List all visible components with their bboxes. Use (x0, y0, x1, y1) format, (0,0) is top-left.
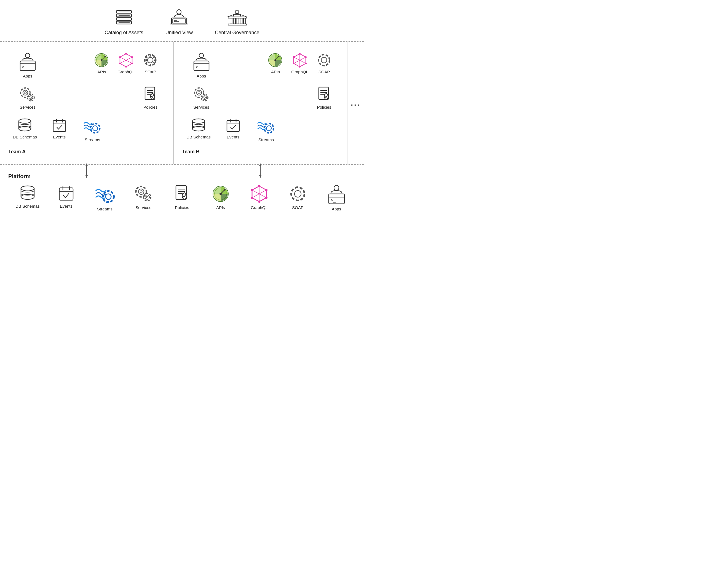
svg-point-38 (131, 63, 133, 64)
svg-point-54 (19, 119, 31, 123)
top-item-governance: Central Governance (215, 8, 259, 36)
platform-graphql-label: GraphQL (251, 205, 268, 210)
svg-point-47 (29, 96, 33, 100)
svg-point-124 (146, 196, 148, 198)
team-b-apps: >_ Apps (182, 50, 220, 81)
ellipsis-text: ... (351, 99, 360, 107)
team-a-name: Team A (8, 149, 165, 159)
svg-point-147 (334, 185, 339, 190)
team-b-apps-label: Apps (197, 74, 206, 78)
platform-db-schemas: DB Schemas (8, 185, 47, 208)
platform-soap-label: SOAP (292, 205, 304, 210)
svg-marker-108 (259, 164, 262, 166)
svg-point-41 (119, 56, 121, 58)
unified-icon (168, 8, 190, 28)
svg-marker-66 (85, 175, 88, 178)
team-a-services-label: Services (20, 105, 36, 109)
team-a-streams-label: Streams (85, 137, 100, 142)
svg-text:>_: >_ (331, 198, 336, 203)
team-a-events: Events (45, 115, 73, 142)
svg-point-82 (299, 66, 301, 68)
team-b-graphql-label: GraphQL (291, 69, 308, 74)
svg-rect-10 (173, 19, 185, 23)
svg-point-48 (30, 97, 32, 98)
svg-point-140 (265, 189, 268, 191)
team-b-events-label: Events (227, 135, 239, 139)
governance-label: Central Governance (215, 30, 259, 36)
team-a-panel: >_ Apps (0, 42, 174, 164)
svg-point-110 (21, 186, 34, 191)
team-b-apis: APIs (266, 50, 284, 77)
team-a-soap: SOAP (141, 50, 160, 77)
platform-events-label: Events (60, 204, 72, 208)
ellipsis-indicator: ... (347, 42, 364, 164)
team-a-graphql: GraphQL (116, 50, 136, 77)
team-b-db-label: DB Schemas (186, 135, 211, 139)
svg-point-120 (138, 189, 144, 195)
svg-point-79 (299, 53, 301, 55)
platform-apps-label: Apps (332, 207, 341, 211)
svg-point-144 (251, 189, 253, 191)
svg-point-31 (105, 56, 106, 57)
platform-apis: APIs (201, 185, 240, 210)
catalog-label: Catalog of Assets (105, 30, 143, 36)
platform-events: Events (47, 185, 85, 208)
svg-rect-101 (227, 121, 239, 132)
svg-point-141 (265, 197, 268, 199)
team-b-apis-label: APIs (271, 69, 280, 74)
team-b-services-label: Services (193, 105, 209, 109)
svg-point-119 (106, 194, 111, 199)
team-b-streams-label: Streams (258, 137, 274, 142)
svg-point-139 (258, 185, 260, 187)
platform-apps: >_ Apps (317, 185, 356, 211)
svg-point-88 (198, 92, 200, 94)
team-b-soap: SOAP (315, 50, 333, 77)
svg-point-97 (193, 119, 205, 123)
bottom-section: Platform DB Schemas (0, 165, 364, 217)
team-a-streams: Streams (77, 115, 108, 145)
svg-point-73 (274, 59, 276, 61)
svg-point-67 (199, 53, 204, 58)
svg-rect-19 (237, 18, 239, 24)
svg-point-134 (224, 189, 226, 191)
svg-rect-58 (53, 121, 66, 132)
svg-point-92 (201, 94, 208, 101)
svg-point-122 (136, 187, 146, 197)
team-b-events: Events (219, 115, 247, 142)
svg-point-146 (291, 187, 305, 201)
top-section: Catalog of Assets Unified View (0, 0, 364, 42)
svg-rect-21 (243, 18, 246, 24)
platform-soap: SOAP (279, 185, 317, 210)
team-a-events-label: Events (53, 135, 66, 139)
svg-point-80 (305, 56, 307, 58)
team-a-services: Services (8, 84, 47, 112)
platform-policies-label: Policies (175, 205, 189, 210)
svg-point-42 (147, 57, 153, 63)
team-a-apis-label: APIs (97, 69, 106, 74)
svg-point-37 (131, 56, 133, 58)
svg-rect-20 (240, 18, 242, 24)
svg-point-83 (293, 63, 294, 64)
svg-point-74 (278, 56, 280, 57)
team-a-apps: >_ Apps (8, 50, 47, 81)
page-wrapper: Catalog of Assets Unified View (0, 0, 364, 287)
svg-point-8 (177, 10, 181, 14)
svg-point-44 (23, 90, 28, 95)
catalog-icon (113, 8, 135, 28)
team-a-soap-label: SOAP (145, 69, 157, 74)
svg-point-125 (144, 194, 151, 201)
team-a-graphql-label: GraphQL (117, 69, 135, 74)
svg-point-49 (28, 94, 34, 101)
svg-text:>_: >_ (22, 65, 27, 69)
middle-section: >_ Apps (0, 42, 364, 165)
platform-streams: Streams (85, 185, 124, 211)
svg-point-46 (21, 88, 30, 97)
platform-label: Platform (8, 173, 356, 179)
svg-rect-114 (59, 188, 73, 200)
governance-icon (226, 8, 248, 28)
top-item-unified: Unified View (166, 8, 193, 36)
team-b-name: Team B (182, 149, 339, 159)
svg-point-105 (264, 124, 274, 133)
svg-marker-65 (85, 164, 88, 166)
svg-point-123 (145, 195, 149, 199)
